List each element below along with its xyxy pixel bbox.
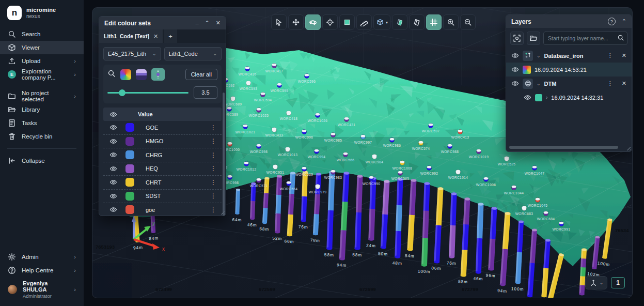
- eye-icon[interactable]: [109, 124, 117, 131]
- colour-row-chrt[interactable]: CHRT⋮: [103, 176, 222, 190]
- remove-layer-icon[interactable]: ✕: [622, 52, 626, 59]
- sidebar-item-viewer[interactable]: Viewer: [0, 41, 84, 54]
- sidebar-item-help-centre[interactable]: Help Centre›: [0, 264, 84, 277]
- colour-swatch[interactable]: [125, 150, 134, 159]
- field-select[interactable]: Lith1_Code ⌄: [164, 47, 222, 60]
- colour-row-heq[interactable]: HEQ⋮: [103, 162, 222, 176]
- sidebar-item-upload[interactable]: Upload›: [0, 54, 84, 68]
- layer-row-database-iron[interactable]: ⌄ Database_iron ⋮ ✕: [506, 49, 632, 63]
- vertical-scrollbar[interactable]: [223, 93, 225, 216]
- colour-swatch[interactable]: [125, 192, 134, 201]
- kebab-menu-icon[interactable]: ⋮: [607, 80, 613, 87]
- eye-icon[interactable]: [109, 192, 117, 200]
- close-panel-icon[interactable]: ✕: [216, 20, 221, 26]
- chevron-right-icon[interactable]: ›: [546, 95, 547, 100]
- drillhole-column[interactable]: 50m: [378, 180, 392, 257]
- kebab-menu-icon[interactable]: ⋮: [210, 124, 216, 131]
- selection-box-tool-button[interactable]: [339, 14, 355, 30]
- sidebar-item-project[interactable]: No project selected›: [0, 89, 84, 103]
- drillhole-column[interactable]: 94m: [497, 212, 513, 294]
- view-box-tool-button[interactable]: ▾: [373, 14, 390, 30]
- sidebar-item-admin[interactable]: Admin›: [0, 250, 84, 264]
- drillhole-column[interactable]: 86m: [431, 187, 445, 271]
- layer-row-dtm[interactable]: ⌄ DTM ⋮ ✕: [506, 76, 632, 90]
- clear-all-button[interactable]: Clear all: [185, 69, 217, 80]
- drillhole-column[interactable]: 106m: [523, 228, 541, 298]
- eye-icon[interactable]: [109, 151, 117, 159]
- kebab-menu-icon[interactable]: ⋮: [210, 165, 216, 172]
- resize-handle[interactable]: [625, 145, 631, 150]
- tab-close-icon[interactable]: ✕: [153, 33, 158, 40]
- select-tool-button[interactable]: [271, 14, 287, 30]
- zoom-out-tool-button[interactable]: [460, 14, 476, 30]
- colour-row-goe[interactable]: goe⋮: [103, 203, 222, 216]
- colour-row-goe[interactable]: GOE⋮: [103, 121, 222, 135]
- measure-tool-button[interactable]: [356, 14, 372, 30]
- colour-row-sdst[interactable]: SDST⋮: [103, 190, 222, 204]
- orbit-tool-button[interactable]: [305, 14, 321, 30]
- colour-swatch[interactable]: [125, 178, 134, 187]
- drillhole-column[interactable]: 100m: [511, 220, 528, 292]
- clip-filled-tool-button[interactable]: [392, 14, 407, 30]
- search-icon[interactable]: [617, 34, 624, 43]
- drillhole-column[interactable]: 46m: [473, 203, 485, 281]
- eye-icon[interactable]: [109, 111, 117, 118]
- eye-icon[interactable]: [511, 66, 519, 73]
- eye-icon[interactable]: [524, 94, 531, 101]
- drillhole-column[interactable]: 24m: [366, 177, 379, 248]
- chevron-down-icon[interactable]: ⌄: [537, 81, 541, 86]
- kebab-menu-icon[interactable]: ⋮: [210, 151, 216, 159]
- colour-swatch[interactable]: [125, 123, 134, 132]
- grid-tool-button[interactable]: [426, 14, 442, 30]
- vertical-exaggeration-button[interactable]: ⌄: [585, 276, 607, 289]
- drillhole-column[interactable]: 64m: [232, 189, 243, 223]
- exaggeration-value[interactable]: 1: [611, 277, 625, 288]
- tab-lith1-code[interactable]: Lith1_Code [Text] ✕: [99, 29, 163, 43]
- drillhole-column[interactable]: 76m: [447, 192, 459, 266]
- clip-outline-tool-button[interactable]: [409, 14, 425, 30]
- drillhole-column[interactable]: 58m: [352, 175, 365, 257]
- drillhole-column[interactable]: 94m: [337, 172, 352, 268]
- colour-bands-button[interactable]: [136, 69, 147, 80]
- 3d-viewport[interactable]: 64m46m58m52m66m76m78m58m94m58m24m50m48m8…: [92, 7, 633, 298]
- colour-points-button[interactable]: [151, 68, 165, 81]
- collapse-panel-icon[interactable]: ⌃: [622, 18, 626, 25]
- zoom-in-tool-button[interactable]: [443, 14, 459, 30]
- remove-layer-icon[interactable]: ✕: [622, 80, 626, 87]
- layer-search-input[interactable]: [543, 32, 627, 45]
- drillhole-collar[interactable]: WORC979: [309, 184, 327, 194]
- layers-panel-header[interactable]: Layers ? ⌃: [506, 15, 632, 28]
- minimize-icon[interactable]: –: [195, 20, 198, 26]
- search-icon[interactable]: [107, 69, 116, 80]
- colour-swatch[interactable]: [125, 205, 134, 214]
- colour-palette-button[interactable]: [120, 69, 131, 80]
- layer-row-dtm-child[interactable]: › 16.09.2024 14:32:31: [506, 90, 632, 104]
- focus-tool-button[interactable]: [322, 14, 338, 30]
- add-tab-button[interactable]: +: [164, 29, 177, 43]
- eye-icon[interactable]: [109, 178, 117, 186]
- eye-icon[interactable]: [511, 52, 519, 59]
- sidebar-item-recycle-bin[interactable]: Recycle bin: [0, 130, 84, 143]
- eye-icon[interactable]: [109, 137, 117, 145]
- kebab-menu-icon[interactable]: ⋮: [210, 137, 216, 145]
- horizontal-scrollbar[interactable]: [509, 146, 618, 149]
- drillhole-column[interactable]: 84m: [405, 179, 419, 259]
- sidebar-item-library[interactable]: Library: [0, 103, 84, 116]
- open-layer-button[interactable]: [527, 32, 540, 45]
- drillhole-column[interactable]: 100m: [418, 182, 434, 274]
- user-profile[interactable]: Evgeniya SHULGA Administrator ›: [0, 277, 84, 302]
- layer-row-database-child[interactable]: 16.09.2024 14:53:21: [506, 63, 632, 76]
- colour-swatch[interactable]: [125, 164, 134, 173]
- pan-tool-button[interactable]: [288, 14, 304, 30]
- kebab-menu-icon[interactable]: ⋮: [210, 192, 216, 200]
- drillhole-column[interactable]: 58m: [324, 171, 337, 257]
- colour-row-hmgo[interactable]: HMGO⋮: [103, 135, 222, 149]
- sidebar-item-search[interactable]: Search: [0, 27, 84, 41]
- drillhole-column[interactable]: 58m: [458, 197, 473, 285]
- colour-panel-header[interactable]: Edit colour sets – ⌃ ✕: [99, 17, 226, 29]
- capture-viewport-button[interactable]: [510, 32, 524, 45]
- sidebar-item-company[interactable]: EExploration company P...›: [0, 68, 84, 81]
- colour-row-chrg[interactable]: CHRG⋮: [103, 148, 222, 162]
- kebab-menu-icon[interactable]: ⋮: [210, 206, 216, 213]
- slider-thumb[interactable]: [119, 89, 125, 96]
